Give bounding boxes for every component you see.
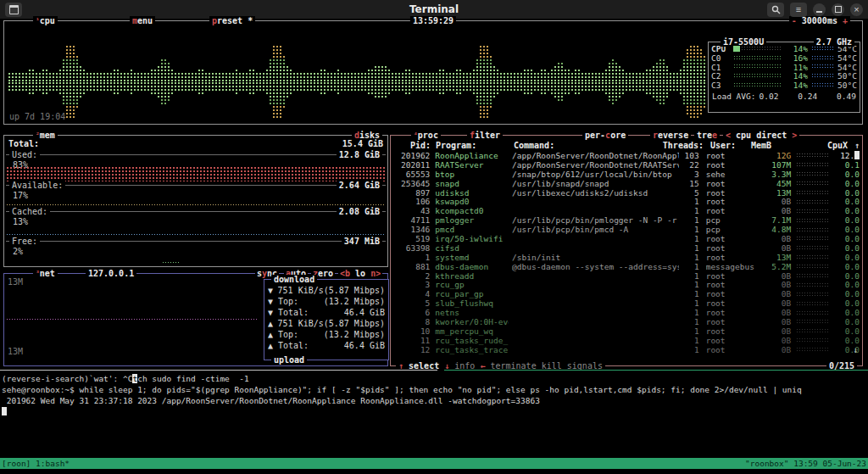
direction-arrow-icon: ▲ (268, 330, 278, 339)
process-row[interactable]: 11rcu_tasks_rude_1root0B0.0 (393, 336, 860, 345)
process-cpu-graph (796, 254, 829, 259)
net-box-label[interactable]: ³net (33, 269, 58, 278)
process-row[interactable]: 10mm_percpu_wq1root0B0.0 (393, 326, 860, 336)
process-row[interactable]: 201962RoonAppliance/app/RoonServer/RoonD… (393, 151, 860, 160)
process-cpu-graph (796, 310, 829, 315)
net-interface[interactable]: 127.0.0.1 (86, 269, 136, 278)
process-list: ↓ 201962RoonAppliance/app/RoonServer/Roo… (393, 151, 860, 354)
net-traffic-graph (6, 318, 259, 321)
process-cpu-graph (796, 245, 829, 250)
process-row[interactable]: 2kthreadd1root0B0.0 (393, 271, 860, 281)
tmux-session-window[interactable]: [roon] 1:bash* (2, 459, 70, 468)
update-interval-control[interactable]: - 30000ms + (789, 16, 850, 25)
core-temp-graph (811, 64, 835, 70)
process-row[interactable]: 897udisksd/usr/libexec/udisks2/udisksd5r… (393, 188, 860, 198)
process-row[interactable]: 63398cifsd1root0B0.0 (393, 243, 860, 253)
close-button[interactable]: × (850, 3, 863, 16)
cpu-core-row: C214%50°C (709, 71, 860, 81)
process-row[interactable]: 106kswapd01root0B0.0 (393, 197, 860, 206)
process-row[interactable]: 6netns1root0B0.0 (393, 308, 860, 317)
net-stat-row: ▲Top:(13.2 Mibps) (264, 329, 388, 340)
cpu-frequency: 2.7 GHz (814, 37, 854, 47)
process-cpu-graph (796, 236, 829, 241)
reverse-toggle[interactable]: reverse (650, 131, 691, 140)
sort-column-selector[interactable]: < cpu direct > (723, 131, 799, 140)
search-icon (771, 5, 781, 14)
net-stat-row: ▼Total:46.4 GiB (264, 307, 388, 318)
scrollbar-thumb[interactable] (854, 151, 860, 159)
sort-direction-arrow: ↑ (854, 141, 860, 150)
process-row[interactable]: 8kworker/0:0H-eve1root0B0.0 (393, 317, 860, 326)
process-cpu-graph (796, 181, 829, 186)
cpu-usage-meter (733, 46, 781, 52)
proc-box-label[interactable]: ⁴proc (411, 131, 441, 140)
proc-column-headers: Pid: Program: Command: Threads: User: Me… (393, 141, 860, 150)
core-usage-graph (733, 82, 781, 88)
restore-icon (835, 6, 842, 13)
process-row[interactable]: 5slub_flushwq1root0B0.0 (393, 298, 860, 308)
process-row[interactable]: 881dbus-daemon@dbus-daemon --system --ad… (393, 262, 860, 271)
reverse-i-search-line: (reverse-i-search)`wat': ^Ctch sudo find… (2, 374, 249, 383)
mem-box: ²mem disks Total:15.4 GiB Used:12.8 GiB8… (3, 135, 388, 267)
restore-button[interactable] (832, 3, 844, 16)
search-button[interactable] (767, 3, 784, 17)
net-stats-box: download upload ▼751 KiB/s(5.87 Mibps)▼T… (264, 279, 389, 360)
process-cpu-graph (796, 199, 829, 204)
process-row[interactable]: 4rcu_par_gp1root0B0.0 (393, 289, 860, 298)
tmux-status-bar: [roon] 1:bash* "roonbox" 13:59 05-Jun-23 (0, 458, 868, 469)
process-row[interactable]: 1346pmcd/usr/lib/pcp/bin/pmcd -A1pcp4.8M… (393, 225, 860, 234)
download-label: download (271, 275, 317, 284)
process-cpu-graph (796, 347, 829, 352)
mem-section-graph (162, 261, 181, 264)
direction-arrow-icon: ▼ (268, 308, 278, 317)
process-cpu-graph (796, 190, 829, 195)
cpu-meter-box: i7-5500U 2.7 GHz CPU14%54°CC016%54°CC111… (708, 42, 860, 113)
hamburger-icon: ≡ (796, 5, 801, 14)
process-cpu-graph (796, 282, 829, 287)
cpu-box-label[interactable]: ¹cpu (33, 16, 58, 25)
process-cpu-graph (796, 218, 829, 223)
tree-toggle[interactable]: tree (694, 131, 720, 140)
process-row[interactable]: 12rcu_tasks_trace1root0B0.0 (393, 345, 860, 354)
process-row[interactable]: 4711pmlogger/usr/lib/pcp/bin/pmlogger -N… (393, 215, 860, 225)
process-cpu-graph (796, 209, 829, 214)
process-row[interactable]: 43kcompactd01root0B0.0 (393, 206, 860, 215)
close-icon: × (854, 5, 859, 14)
process-cpu-graph (796, 153, 829, 158)
process-row[interactable]: 65553btop/snap/btop/612/usr/local/bin/bt… (393, 170, 860, 179)
terminal-screen: ¹cpu menu preset * 13:59:29 - 30000ms + … (0, 19, 868, 474)
minimize-button[interactable] (813, 3, 826, 16)
core-temp-graph (811, 82, 835, 88)
clock: 13:59:29 (410, 16, 456, 25)
net-scale-bottom: 13M (8, 347, 23, 356)
process-row[interactable]: 202011RAATServer/app/RoonServer/RoonDotn… (393, 160, 860, 170)
per-core-toggle[interactable]: per-core (582, 131, 628, 140)
direction-arrow-icon: ▲ (268, 341, 278, 350)
shell-output-line: 201962 Wed May 31 23:37:18 2023 /app/Roo… (2, 396, 540, 405)
mem-section-percent: 17% (13, 191, 28, 200)
filter-button[interactable]: filter (467, 131, 503, 140)
process-row[interactable]: 1systemd/sbin/init1root13M0.0 (393, 253, 860, 262)
preset-button[interactable]: preset * (209, 16, 255, 25)
btop-menu-button[interactable]: menu (130, 16, 155, 25)
direction-arrow-icon: ▼ (268, 286, 278, 295)
minimize-icon (816, 11, 822, 13)
cpu-usage-graph (7, 43, 707, 120)
process-cpu-graph (796, 264, 829, 269)
pane-separator-right (444, 370, 868, 371)
net-box: ³net 127.0.0.1 sync auto zero <b lo n> 1… (3, 273, 388, 366)
process-row[interactable]: 253645snapd/usr/lib/snapd/snapd15root45M… (393, 179, 860, 188)
core-temp-graph (811, 55, 835, 61)
cpu-core-row: C314%50°C (709, 81, 860, 90)
net-stat-row: ▼751 KiB/s(5.87 Mibps) (264, 285, 388, 296)
net-interface-switcher[interactable]: <b lo n> (338, 269, 382, 278)
mem-section-graph (6, 204, 386, 206)
process-row[interactable]: 519irq/50-iwlwifi1root0B0.0 (393, 234, 860, 243)
new-window-button[interactable] (5, 3, 22, 17)
process-cpu-graph (796, 301, 829, 306)
process-cpu-graph (796, 328, 829, 333)
process-cpu-graph (796, 273, 829, 278)
process-row[interactable]: 3rcu_gp1root0B0.0 (393, 280, 860, 289)
mem-section-percent: 2% (13, 247, 23, 256)
menu-button[interactable]: ≡ (790, 3, 807, 17)
